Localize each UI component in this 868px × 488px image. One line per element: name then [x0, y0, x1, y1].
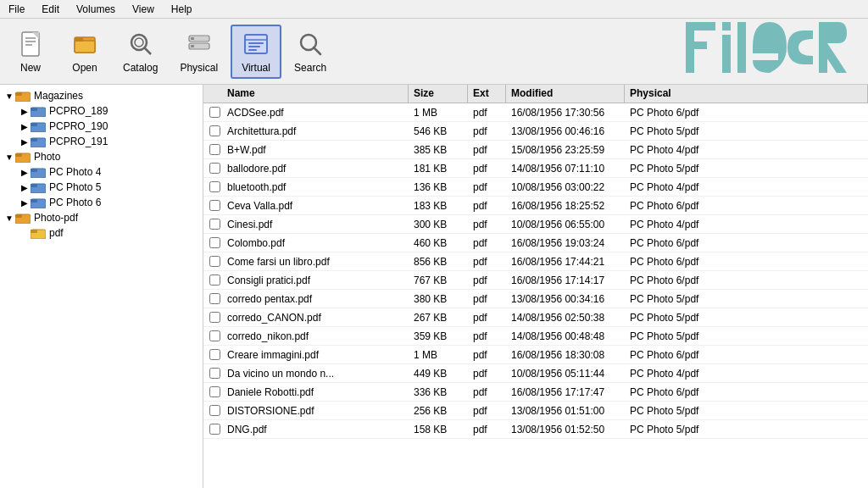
menu-edit[interactable]: Edit [36, 3, 64, 16]
file-row[interactable]: DISTORSIONE.pdf256 KBpdf13/08/1956 01:51… [203, 402, 868, 420]
file-row[interactable]: Daniele Robotti.pdf336 KBpdf16/08/1956 1… [203, 383, 868, 402]
file-physical: PC Photo 6/pdf [625, 385, 868, 400]
menu-help[interactable]: Help [166, 3, 198, 16]
file-name: DISTORSIONE.pdf [222, 403, 409, 419]
col-header-size[interactable]: Size [409, 85, 468, 103]
tree-toggle-pcphoto4[interactable]: ▶ [19, 166, 31, 178]
svg-rect-25 [722, 22, 731, 30]
tree-toggle-pdf[interactable] [19, 227, 31, 239]
virtual-button[interactable]: Virtual [231, 25, 281, 79]
tree-item-pcphoto5[interactable]: ▶PC Photo 5 [0, 180, 203, 195]
file-size: 385 KB [409, 142, 468, 158]
tree-item-pdf[interactable]: pdf [0, 225, 203, 241]
tree-toggle-photo[interactable]: ▼ [3, 151, 15, 163]
tree-item-photopdf[interactable]: ▼Photo-pdf [0, 210, 203, 225]
file-name: bluetooth.pdf [222, 180, 409, 195]
file-physical: PC Photo 5/pdf [625, 291, 868, 307]
tree-item-pcphoto4[interactable]: ▶PC Photo 4 [0, 164, 203, 180]
file-ext: pdf [468, 403, 506, 419]
file-checkbox[interactable] [207, 385, 222, 400]
file-checkbox[interactable] [207, 217, 222, 232]
file-size: 300 KB [409, 217, 468, 232]
file-physical: PC Photo 5/pdf [625, 161, 868, 176]
file-modified: 10/08/1956 03:00:22 [506, 180, 625, 195]
tree-toggle-pcpro191[interactable]: ▶ [19, 136, 31, 147]
file-ext: pdf [468, 236, 506, 251]
menu-view[interactable]: View [127, 3, 159, 16]
file-row[interactable]: ballodore.pdf181 KBpdf14/08/1956 07:11:1… [203, 159, 868, 178]
file-row[interactable]: Colombo.pdf460 KBpdf16/08/1956 19:03:24P… [203, 234, 868, 252]
file-row[interactable]: bluetooth.pdf136 KBpdf10/08/1956 03:00:2… [203, 178, 868, 197]
tree-item-pcpro190[interactable]: ▶PCPRO_190 [0, 119, 203, 134]
file-checkbox[interactable] [207, 403, 222, 419]
tree-toggle-magazines[interactable]: ▼ [3, 90, 15, 102]
tree-toggle-pcphoto5[interactable]: ▶ [19, 181, 31, 193]
file-size: 158 KB [409, 422, 468, 437]
tree-item-pcpro191[interactable]: ▶PCPRO_191 [0, 134, 203, 149]
file-row[interactable]: Consigli pratici.pdf767 KBpdf16/08/1956 … [203, 271, 868, 290]
svg-rect-26 [722, 35, 731, 73]
file-checkbox[interactable] [207, 236, 222, 251]
tree-toggle-pcpro190[interactable]: ▶ [19, 120, 31, 132]
file-ext: pdf [468, 124, 506, 139]
svg-rect-40 [31, 169, 37, 172]
search-button[interactable]: Search [285, 25, 336, 79]
tree-item-pcpro189[interactable]: ▶PCPRO_189 [0, 103, 203, 119]
file-row[interactable]: corredo_nikon.pdf359 KBpdf14/08/1956 00:… [203, 327, 868, 346]
svg-rect-46 [15, 214, 22, 218]
physical-button[interactable]: Physical [170, 25, 227, 79]
file-name: DNG.pdf [222, 422, 409, 437]
tree-toggle-pcpro189[interactable]: ▶ [19, 105, 31, 117]
file-checkbox[interactable] [207, 161, 222, 176]
file-row[interactable]: Creare immagini.pdf1 MBpdf16/08/1956 18:… [203, 346, 868, 364]
new-button[interactable]: New [5, 25, 56, 79]
file-physical: PC Photo 5/pdf [625, 329, 868, 344]
file-checkbox[interactable] [207, 198, 222, 214]
file-ext: pdf [468, 310, 506, 325]
file-checkbox[interactable] [207, 180, 222, 195]
col-header-name[interactable]: Name [222, 85, 409, 103]
tree-item-magazines[interactable]: ▼Magazines [0, 88, 203, 103]
file-row[interactable]: DNG.pdf158 KBpdf13/08/1956 01:52:50PC Ph… [203, 420, 868, 439]
file-checkbox[interactable] [207, 329, 222, 344]
open-button[interactable]: Open [59, 25, 110, 79]
tree-item-pcphoto6[interactable]: ▶PC Photo 6 [0, 195, 203, 210]
file-row[interactable]: B+W.pdf385 KBpdf15/08/1956 23:25:59PC Ph… [203, 141, 868, 159]
file-size: 267 KB [409, 310, 468, 325]
file-checkbox[interactable] [207, 105, 222, 120]
col-header-physical[interactable]: Physical [625, 85, 868, 103]
col-header-ext[interactable]: Ext [468, 85, 506, 103]
main-area: ▼Magazines▶PCPRO_189▶PCPRO_190▶PCPRO_191… [0, 85, 868, 488]
file-checkbox[interactable] [207, 366, 222, 381]
file-checkbox[interactable] [207, 124, 222, 139]
file-checkbox[interactable] [207, 254, 222, 269]
file-checkbox[interactable] [207, 422, 222, 437]
file-checkbox[interactable] [207, 347, 222, 363]
file-modified: 13/08/1956 00:46:16 [506, 124, 625, 139]
menu-volumes[interactable]: Volumes [71, 3, 120, 16]
col-header-modified[interactable]: Modified [506, 85, 625, 103]
tree-item-photo[interactable]: ▼Photo [0, 149, 203, 164]
file-ext: pdf [468, 198, 506, 214]
tree-toggle-photopdf[interactable]: ▼ [3, 212, 15, 224]
file-row[interactable]: Da vicino un mondo n...449 KBpdf10/08/19… [203, 364, 868, 383]
file-checkbox[interactable] [207, 142, 222, 158]
file-row[interactable]: corredo_CANON.pdf267 KBpdf14/08/1956 02:… [203, 308, 868, 327]
menu-file[interactable]: File [3, 3, 30, 16]
file-row[interactable]: Architettura.pdf546 KBpdf13/08/1956 00:4… [203, 122, 868, 141]
file-row[interactable]: Come farsi un libro.pdf856 KBpdf16/08/19… [203, 252, 868, 271]
file-row[interactable]: Cinesi.pdf300 KBpdf10/08/1956 06:55:00PC… [203, 215, 868, 234]
file-checkbox[interactable] [207, 310, 222, 325]
svg-rect-27 [737, 22, 746, 73]
folder-icon-pcpro189 [31, 105, 46, 117]
file-checkbox[interactable] [207, 291, 222, 307]
file-name: Consigli pratici.pdf [222, 273, 409, 288]
tree-panel: ▼Magazines▶PCPRO_189▶PCPRO_190▶PCPRO_191… [0, 85, 203, 488]
file-row[interactable]: ACDSee.pdf1 MBpdf16/08/1956 17:30:56PC P… [203, 103, 868, 122]
file-row[interactable]: corredo pentax.pdf380 KBpdf13/08/1956 00… [203, 290, 868, 308]
file-row[interactable]: Ceva Valla.pdf183 KBpdf16/08/1956 18:25:… [203, 197, 868, 215]
catalog-button[interactable]: Catalog [114, 25, 167, 79]
file-modified: 10/08/1956 06:55:00 [506, 217, 625, 232]
tree-toggle-pcphoto6[interactable]: ▶ [19, 197, 31, 208]
file-checkbox[interactable] [207, 273, 222, 288]
